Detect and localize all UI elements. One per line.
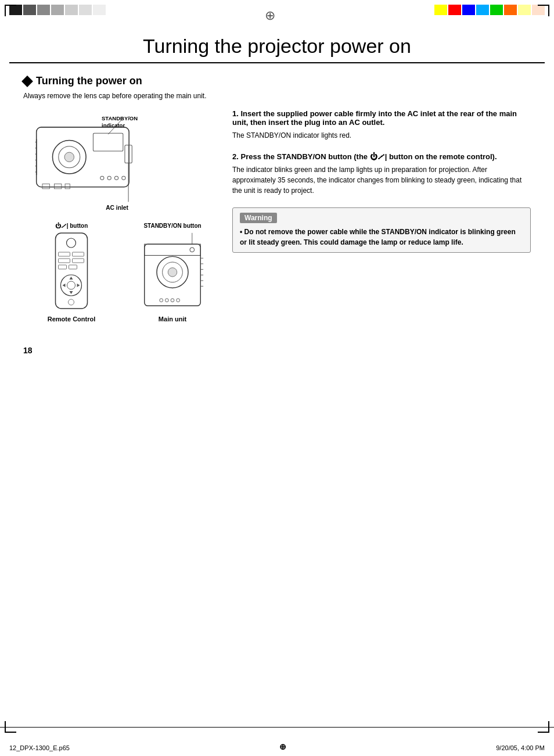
swatch-4 xyxy=(51,5,64,15)
warning-text: Do not remove the power cable while the … xyxy=(240,227,523,248)
mainunit-caption: Main unit xyxy=(124,316,221,323)
color-swatches-right xyxy=(434,5,545,15)
page-title: Turning the projector power on xyxy=(33,35,521,58)
section-title: Turning the power on xyxy=(36,75,142,87)
svg-point-6 xyxy=(107,176,111,180)
svg-rect-4 xyxy=(93,133,123,151)
mainunit-svg xyxy=(135,230,210,311)
svg-rect-43 xyxy=(145,244,201,255)
swatch-3 xyxy=(37,5,50,15)
step-1-number: 1. xyxy=(232,109,239,118)
remote-box xyxy=(23,230,120,313)
step-2: 2. Press the STANDBY/ON button (the ⏻／| … xyxy=(232,152,531,196)
swatch-5 xyxy=(65,5,78,15)
svg-rect-13 xyxy=(55,184,62,189)
step-1-heading: Insert the supplied power cable firmly i… xyxy=(232,109,517,127)
step-2-number: 2. xyxy=(232,152,239,161)
diamond-icon xyxy=(21,76,33,87)
svg-rect-0 xyxy=(37,127,129,187)
step-1-title: 1. Insert the supplied power cable firml… xyxy=(232,109,531,127)
svg-point-49 xyxy=(177,299,180,302)
content-layout: STANDBY/ON indicator xyxy=(23,109,531,323)
svg-point-38 xyxy=(69,299,74,305)
step-1-desc: The STANDBY/ON indicator lights red. xyxy=(232,130,531,141)
svg-marker-35 xyxy=(70,291,73,294)
mainunit-labels: STANDBY/ON button xyxy=(124,223,221,229)
svg-marker-36 xyxy=(63,284,66,287)
mainunit-box xyxy=(124,230,221,313)
svg-rect-14 xyxy=(65,184,70,189)
step-2-title: 2. Press the STANDBY/ON button (the ⏻／| … xyxy=(232,152,531,161)
intro-text: Always remove the lens cap before operat… xyxy=(23,92,531,100)
right-column: 1. Insert the supplied power cable firml… xyxy=(232,109,531,323)
svg-point-25 xyxy=(67,238,76,248)
swatch-6 xyxy=(79,5,92,15)
svg-point-3 xyxy=(64,152,74,162)
page-title-area: Turning the projector power on xyxy=(9,29,545,63)
header-bar: ⊕ xyxy=(0,0,554,29)
svg-point-5 xyxy=(100,176,104,180)
swatch-r8 xyxy=(532,5,545,15)
swatch-r1 xyxy=(434,5,447,15)
power-button-label: ⏻／| button xyxy=(55,223,88,229)
step-1: 1. Insert the supplied power cable firml… xyxy=(232,109,531,141)
step-2-heading: Press the STANDBY/ON button (the ⏻／| but… xyxy=(240,152,497,161)
swatch-r3 xyxy=(462,5,475,15)
mainunit-container: STANDBY/ON button xyxy=(124,223,221,323)
step-2-desc: The indicator blinks green and the lamp … xyxy=(232,164,531,196)
svg-rect-31 xyxy=(69,265,77,269)
color-swatches-left xyxy=(9,5,106,15)
remote-caption: Remote Control xyxy=(23,316,120,323)
svg-text:AC inlet: AC inlet xyxy=(106,205,128,211)
page-number: 18 xyxy=(23,346,33,355)
remote-labels: ⏻／| button xyxy=(23,223,120,229)
projector-diagram-container: STANDBY/ON indicator xyxy=(23,109,221,216)
svg-rect-28 xyxy=(59,259,70,263)
swatch-1 xyxy=(9,5,22,15)
page-number-area: 18 xyxy=(23,346,531,355)
svg-rect-26 xyxy=(59,252,70,256)
svg-point-48 xyxy=(171,299,174,302)
svg-point-8 xyxy=(122,176,125,180)
svg-point-33 xyxy=(67,281,75,289)
svg-rect-12 xyxy=(42,184,49,189)
footer-right-text: 9/20/05, 4:00 PM xyxy=(496,744,545,751)
swatch-r2 xyxy=(448,5,461,15)
swatch-7 xyxy=(93,5,106,15)
left-column: STANDBY/ON indicator xyxy=(23,109,221,323)
svg-rect-24 xyxy=(56,233,88,309)
crosshair-top: ⊕ xyxy=(106,5,434,23)
svg-rect-27 xyxy=(73,252,84,256)
svg-marker-34 xyxy=(70,277,73,280)
svg-point-44 xyxy=(190,248,195,252)
svg-point-46 xyxy=(160,299,163,302)
swatch-r4 xyxy=(476,5,489,15)
main-content: Turning the power on Always remove the l… xyxy=(0,63,554,367)
footer-left-text: 12_DPX-1300_E.p65 xyxy=(9,744,70,751)
warning-box: Warning Do not remove the power cable wh… xyxy=(232,207,531,253)
svg-marker-37 xyxy=(77,284,80,287)
remote-svg xyxy=(45,230,98,311)
swatch-r5 xyxy=(490,5,503,15)
svg-rect-30 xyxy=(59,265,67,269)
swatch-2 xyxy=(23,5,36,15)
standby-on-button-label: STANDBY/ON button xyxy=(143,223,201,229)
footer: 12_DPX-1300_E.p65 ⊕ 9/20/05, 4:00 PM xyxy=(0,727,554,756)
standby-indicator-label: STANDBY/ON indicator xyxy=(102,115,148,130)
footer-crosshair: ⊕ xyxy=(70,742,496,751)
svg-point-47 xyxy=(165,299,168,302)
remote-container: ⏻／| button xyxy=(23,223,120,323)
section-heading: Turning the power on xyxy=(23,75,531,87)
svg-point-7 xyxy=(114,176,118,180)
svg-rect-29 xyxy=(73,259,84,263)
svg-point-42 xyxy=(168,268,177,277)
swatch-r7 xyxy=(518,5,531,15)
warning-title: Warning xyxy=(240,213,277,223)
devices-row: ⏻／| button xyxy=(23,223,221,323)
swatch-r6 xyxy=(504,5,517,15)
